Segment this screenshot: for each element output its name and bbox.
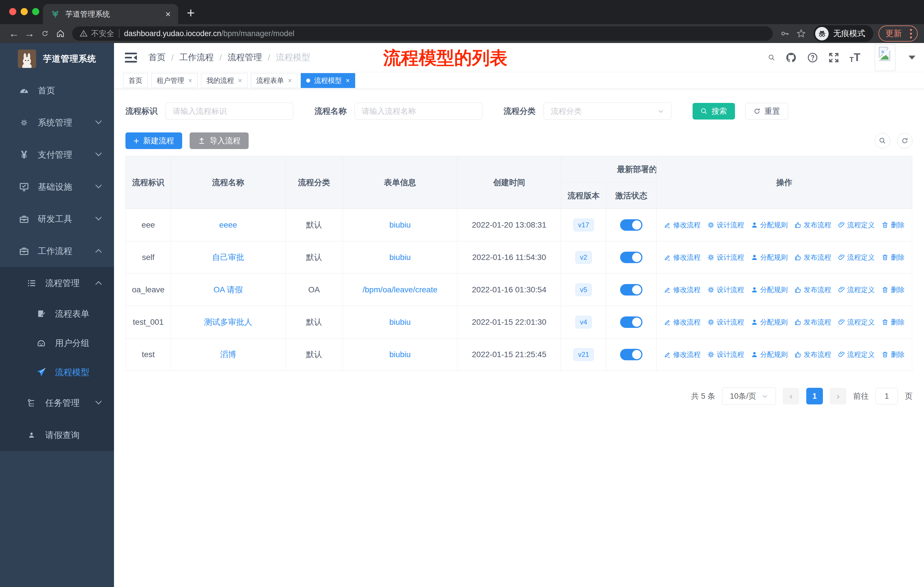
- process-definition-link[interactable]: 流程定义: [838, 350, 875, 359]
- avatar[interactable]: [875, 44, 895, 71]
- design-process-link[interactable]: 设计流程: [708, 285, 744, 294]
- version-badge[interactable]: v2: [576, 251, 592, 264]
- form-info-link[interactable]: /bpm/oa/leave/create: [363, 285, 438, 294]
- close-icon[interactable]: ×: [288, 77, 292, 84]
- sidebar-item-user-group[interactable]: 用户分组: [0, 329, 114, 358]
- search-icon[interactable]: [768, 54, 775, 61]
- modify-process-link[interactable]: 修改流程: [664, 317, 701, 327]
- delete-link[interactable]: 删除: [882, 317, 904, 327]
- delete-link[interactable]: 删除: [882, 220, 904, 230]
- close-icon[interactable]: ×: [346, 77, 350, 84]
- design-process-link[interactable]: 设计流程: [708, 220, 744, 230]
- process-category-select[interactable]: 流程分类: [544, 103, 672, 120]
- prev-page-button[interactable]: ‹: [783, 388, 799, 404]
- assign-rule-link[interactable]: 分配规则: [751, 350, 788, 359]
- version-badge[interactable]: v5: [576, 283, 592, 296]
- sidebar-item-leave-query[interactable]: 请假查询: [0, 419, 114, 451]
- active-toggle[interactable]: [620, 284, 642, 296]
- publish-process-link[interactable]: 发布流程: [795, 285, 831, 294]
- security-indicator[interactable]: 不安全: [80, 28, 114, 39]
- collapse-sidebar-icon[interactable]: [124, 51, 137, 64]
- sidebar-item-payment[interactable]: ¥ 支付管理: [0, 139, 114, 171]
- modify-process-link[interactable]: 修改流程: [664, 285, 701, 294]
- reload-button[interactable]: [37, 26, 53, 41]
- new-tab-button[interactable]: +: [187, 5, 195, 21]
- sidebar-logo[interactable]: 芋道管理系统: [0, 43, 114, 74]
- show-search-button[interactable]: [875, 133, 890, 149]
- bookmark-star-icon[interactable]: [796, 29, 806, 38]
- active-toggle[interactable]: [620, 349, 642, 360]
- modify-process-link[interactable]: 修改流程: [664, 253, 701, 262]
- version-badge[interactable]: v21: [573, 348, 594, 361]
- sidebar-item-devtools[interactable]: 研发工具: [0, 203, 114, 235]
- fullscreen-icon[interactable]: [828, 52, 839, 63]
- zoom-window-button[interactable]: [32, 8, 39, 15]
- page-1-button[interactable]: 1: [806, 388, 823, 404]
- version-badge[interactable]: v4: [576, 316, 592, 329]
- active-toggle[interactable]: [620, 316, 642, 328]
- design-process-link[interactable]: 设计流程: [708, 350, 744, 359]
- process-key-input[interactable]: [165, 103, 293, 120]
- sidebar-item-process-model[interactable]: 流程模型: [0, 358, 114, 387]
- assign-rule-link[interactable]: 分配规则: [751, 220, 788, 230]
- process-definition-link[interactable]: 流程定义: [838, 285, 875, 294]
- sidebar-item-workflow[interactable]: 工作流程: [0, 235, 114, 267]
- sidebar-item-home[interactable]: 首页: [0, 74, 114, 107]
- sidebar-item-infrastructure[interactable]: 基础设施: [0, 171, 114, 203]
- publish-process-link[interactable]: 发布流程: [795, 220, 831, 230]
- minimize-window-button[interactable]: [21, 8, 28, 15]
- sidebar-item-process-management[interactable]: 流程管理: [0, 267, 114, 299]
- active-toggle[interactable]: [620, 219, 642, 231]
- browser-menu-icon[interactable]: [908, 29, 914, 38]
- help-icon[interactable]: [807, 52, 818, 63]
- process-name-link[interactable]: 自己审批: [212, 253, 244, 262]
- next-page-button[interactable]: ›: [830, 388, 846, 404]
- modify-process-link[interactable]: 修改流程: [664, 220, 701, 230]
- assign-rule-link[interactable]: 分配规则: [751, 285, 788, 294]
- assign-rule-link[interactable]: 分配规则: [751, 253, 788, 262]
- breadcrumb-home[interactable]: 首页: [148, 51, 165, 63]
- close-icon[interactable]: ×: [238, 77, 242, 84]
- window-controls[interactable]: [9, 8, 39, 15]
- process-name-input[interactable]: [355, 103, 482, 120]
- design-process-link[interactable]: 设计流程: [708, 253, 744, 262]
- form-info-link[interactable]: biubiu: [389, 220, 411, 229]
- tag-home[interactable]: 首页: [123, 73, 148, 88]
- publish-process-link[interactable]: 发布流程: [795, 350, 831, 359]
- browser-update-button[interactable]: 更新: [878, 25, 918, 41]
- delete-link[interactable]: 删除: [882, 285, 904, 294]
- process-definition-link[interactable]: 流程定义: [838, 317, 875, 327]
- passwords-key-icon[interactable]: [780, 29, 789, 38]
- font-size-icon[interactable]: TT: [850, 51, 860, 64]
- github-icon[interactable]: [785, 52, 797, 63]
- process-definition-link[interactable]: 流程定义: [838, 220, 875, 230]
- delete-link[interactable]: 删除: [882, 253, 904, 262]
- process-name-link[interactable]: eeee: [219, 220, 237, 229]
- incognito-badge[interactable]: 无痕模式: [813, 25, 873, 42]
- breadcrumb-workflow[interactable]: 工作流程: [179, 51, 214, 63]
- tag-my-process[interactable]: 我的流程×: [201, 73, 248, 88]
- process-name-link[interactable]: 滔博: [220, 350, 236, 359]
- publish-process-link[interactable]: 发布流程: [795, 317, 831, 327]
- close-window-button[interactable]: [9, 8, 16, 15]
- address-bar[interactable]: 不安全 dashboard.yudao.iocoder.cn/bpm/manag…: [72, 26, 773, 41]
- close-icon[interactable]: ×: [188, 77, 192, 84]
- page-size-select[interactable]: 10条/页: [722, 387, 776, 405]
- tag-process-model[interactable]: 流程模型×: [301, 73, 355, 88]
- home-button[interactable]: [53, 26, 68, 41]
- back-button[interactable]: ←: [6, 26, 22, 41]
- process-definition-link[interactable]: 流程定义: [838, 253, 875, 262]
- goto-page-input[interactable]: [876, 388, 898, 404]
- publish-process-link[interactable]: 发布流程: [795, 253, 831, 262]
- import-process-button[interactable]: 导入流程: [190, 132, 249, 149]
- search-button[interactable]: 搜索: [693, 103, 735, 119]
- sidebar-item-system[interactable]: 系统管理: [0, 107, 114, 139]
- tag-process-form[interactable]: 流程表单×: [251, 73, 297, 88]
- create-process-button[interactable]: +新建流程: [125, 132, 182, 149]
- modify-process-link[interactable]: 修改流程: [664, 350, 701, 359]
- process-name-link[interactable]: OA 请假: [213, 285, 243, 294]
- browser-tab[interactable]: 芋道管理系统 ×: [43, 4, 178, 24]
- tab-close-icon[interactable]: ×: [165, 10, 171, 19]
- tag-tenant[interactable]: 租户管理×: [151, 73, 198, 88]
- form-info-link[interactable]: biubiu: [389, 253, 411, 262]
